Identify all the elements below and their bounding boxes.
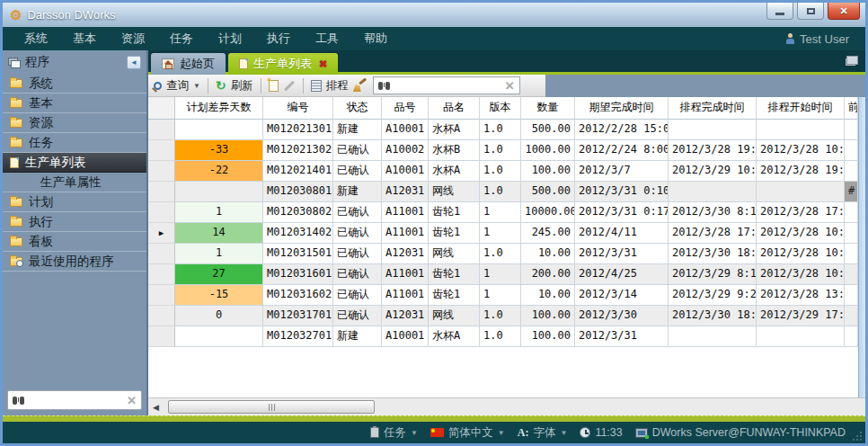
cell[interactable] (175, 326, 263, 347)
cell[interactable] (175, 182, 263, 202)
cell[interactable]: M012031501 (263, 244, 333, 264)
cell[interactable]: 2012/3/28 19:10 (757, 161, 845, 182)
cell[interactable]: 10.00 (521, 285, 575, 306)
cell[interactable]: 500.00 (521, 120, 575, 140)
cell[interactable]: 已确认 (333, 244, 382, 264)
tab-生产单列表[interactable]: 生产单列表✖ (228, 53, 338, 75)
cell[interactable]: 1 (175, 244, 263, 264)
cell[interactable]: 0 (175, 306, 263, 326)
cell[interactable]: 已确认 (333, 140, 382, 161)
cell[interactable]: 1.0 (480, 306, 521, 326)
cell[interactable] (845, 202, 858, 223)
cell[interactable]: 1 (175, 202, 263, 223)
row-selector-cell[interactable] (148, 264, 175, 285)
cell[interactable]: 2012/3/28 19:10 (669, 140, 757, 161)
cell[interactable]: M012030801 (263, 182, 333, 202)
table-row[interactable]: -15M012031602已确认A11001齿轮1110.002012/3/14… (148, 285, 858, 306)
column-header-计划差异天数[interactable]: 计划差异天数 (175, 97, 263, 120)
cell[interactable]: M012031601 (263, 264, 333, 285)
row-selector-cell[interactable] (148, 120, 175, 140)
cell[interactable]: A12031 (382, 306, 429, 326)
cell[interactable]: 1.0 (480, 182, 521, 202)
toolbar-search-input[interactable] (390, 79, 505, 92)
sidebar-item-执行[interactable]: 执行 (3, 212, 146, 232)
row-selector-cell[interactable] (148, 202, 175, 223)
cell[interactable]: 200.00 (521, 264, 575, 285)
table-row[interactable]: -22M012021401已确认A10001水杯A1.0100.002012/3… (148, 161, 858, 182)
sidebar-item-看板[interactable]: 看板 (3, 232, 146, 252)
cell[interactable]: 水杯A (429, 161, 480, 182)
cell[interactable]: A10001 (382, 120, 429, 140)
menu-item-工具[interactable]: 工具 (303, 31, 351, 47)
cell[interactable]: 新建 (333, 326, 382, 347)
cell[interactable]: 2012/3/28 17:13 (669, 223, 757, 244)
menu-item-执行[interactable]: 执行 (254, 31, 303, 47)
cell[interactable] (175, 120, 263, 140)
row-selector-cell[interactable] (148, 326, 175, 347)
cell[interactable]: 2012/2/24 8:00 (575, 140, 669, 161)
sidebar-search-box[interactable]: ✕ (7, 390, 142, 410)
cell[interactable] (757, 182, 845, 202)
cell[interactable]: 2012/3/29 10:20 (669, 161, 757, 182)
cell[interactable]: 2012/3/28 17:13 (757, 202, 845, 223)
table-row[interactable]: 1M012030802已确认A11001齿轮1110000.002012/3/3… (148, 202, 858, 223)
sidebar-item-计划[interactable]: 计划 (3, 192, 146, 212)
cell[interactable]: 齿轮1 (429, 223, 480, 244)
sidebar-item-资源[interactable]: 资源 (3, 113, 146, 133)
statusbar-language[interactable]: 简体中文 ▼ (430, 425, 505, 441)
cell[interactable]: M012032701 (263, 326, 333, 347)
maximize-button[interactable] (797, 3, 824, 20)
cell[interactable]: M012031402 (263, 223, 333, 244)
cell[interactable]: M012031602 (263, 285, 333, 306)
row-selector-cell[interactable]: ▶ (148, 223, 175, 244)
column-header-期望完成时间[interactable]: 期望完成时间 (575, 97, 669, 120)
cell[interactable]: M012030802 (263, 202, 333, 223)
table-row[interactable]: M012032701新建A10001水杯A1.0100.002012/3/31 (148, 326, 858, 347)
cell[interactable]: M012031701 (263, 306, 333, 326)
cell[interactable] (669, 182, 757, 202)
cell[interactable]: 2012/3/30 18:00 (669, 306, 757, 326)
cell[interactable] (669, 326, 757, 347)
tab-close-icon[interactable]: ✖ (319, 58, 327, 70)
column-header-编号[interactable]: 编号 (263, 97, 333, 120)
schedule-button[interactable]: 排程 (326, 78, 349, 94)
cell[interactable]: 水杯A (429, 120, 480, 140)
cell[interactable]: M012021301 (263, 120, 333, 140)
table-row[interactable]: -33M012021302已确认A10002水杯B1.01000.002012/… (148, 140, 858, 161)
sidebar-item-任务[interactable]: 任务 (3, 133, 146, 153)
cell[interactable]: 500.00 (521, 182, 575, 202)
column-header-前[interactable]: 前 (845, 97, 858, 120)
cell[interactable]: 2012/3/31 0:10 (575, 182, 669, 202)
horizontal-scrollbar[interactable]: ◀ (148, 397, 865, 415)
cell[interactable] (757, 326, 845, 347)
statusbar-task[interactable]: 任务 ▼ (370, 425, 418, 441)
column-header-品名[interactable]: 品名 (429, 97, 480, 120)
vertical-scrollbar[interactable] (858, 97, 865, 397)
cell[interactable]: 2012/3/30 8:15 (669, 202, 757, 223)
cell[interactable] (845, 161, 858, 182)
cell[interactable]: 已确认 (333, 306, 382, 326)
row-selector-cell[interactable] (148, 244, 175, 264)
cell[interactable] (845, 306, 858, 326)
column-header-状态[interactable]: 状态 (333, 97, 382, 120)
menu-item-系统[interactable]: 系统 (12, 31, 60, 47)
cell[interactable]: M012021401 (263, 161, 333, 182)
close-button[interactable]: ✕ (828, 3, 860, 20)
row-selector-cell[interactable] (148, 182, 175, 202)
cell[interactable]: 2012/3/29 17:46 (757, 306, 845, 326)
sidebar-search-input[interactable] (24, 394, 127, 406)
cell[interactable] (845, 120, 858, 140)
new-document-button[interactable] (269, 80, 279, 92)
row-selector-cell[interactable] (148, 306, 175, 326)
sidebar-item-最近使用的程序[interactable]: 最近使用的程序 (3, 252, 146, 272)
cell[interactable]: 1.0 (480, 161, 521, 182)
cell[interactable]: 网线 (429, 182, 480, 202)
cell[interactable]: 10.00 (521, 244, 575, 264)
cell[interactable]: -22 (175, 161, 263, 182)
cell[interactable]: 14 (175, 223, 263, 244)
cell[interactable]: A12031 (382, 182, 429, 202)
cell[interactable]: 1 (480, 264, 521, 285)
cell[interactable]: 2012/4/25 (575, 264, 669, 285)
row-selector-cell[interactable] (148, 140, 175, 161)
cell[interactable]: 已确认 (333, 223, 382, 244)
